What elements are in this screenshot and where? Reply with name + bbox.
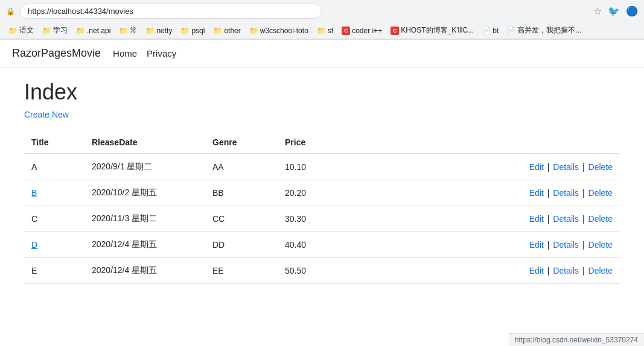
- header-actions: [338, 131, 620, 154]
- header-release-date: RleaseDate: [84, 131, 205, 154]
- folder-icon: 📁: [213, 27, 222, 35]
- separator: |: [545, 162, 552, 172]
- bookmark-label: netty: [156, 27, 172, 35]
- edit-link[interactable]: Edit: [529, 162, 544, 172]
- details-link[interactable]: Details: [553, 266, 579, 275]
- cell-genre: BB: [205, 180, 278, 206]
- title-link[interactable]: B: [31, 188, 37, 198]
- details-link[interactable]: Details: [553, 214, 579, 224]
- bookmark-psql[interactable]: 📁 psql: [177, 25, 208, 36]
- browser-chrome: 🔒 https://localhost:44334/movies ☆ 🐦 🔵 📁…: [0, 0, 644, 40]
- bookmark-star-icon[interactable]: ☆: [593, 5, 602, 17]
- delete-link[interactable]: Delete: [588, 188, 613, 198]
- profile-icon[interactable]: 🔵: [626, 5, 638, 17]
- folder-icon: 📁: [119, 27, 128, 35]
- cell-title: D: [24, 232, 84, 258]
- cell-release-date: 2020/10/2 星期五: [84, 180, 205, 206]
- edit-link[interactable]: Edit: [529, 266, 544, 275]
- separator: |: [545, 266, 552, 275]
- cell-title: B: [24, 180, 84, 206]
- navbar: RazorPagesMovie Home Privacy: [0, 40, 644, 68]
- nav-link-privacy[interactable]: Privacy: [147, 48, 176, 58]
- bookmarks-bar: 📁 语文 📁 学习 📁 .net api 📁 常 📁 netty 📁 psql …: [0, 22, 644, 39]
- bookmark-label: coder i++: [352, 27, 382, 35]
- movies-table: Title RleaseDate Genre Price A2020/9/1 星…: [24, 131, 620, 284]
- bookmark-netty[interactable]: 📁 netty: [142, 25, 176, 36]
- bookmark-gaobingfa[interactable]: 📄 高并发，我把握不...: [503, 24, 585, 37]
- folder-icon: 📁: [317, 27, 326, 35]
- cell-genre: CC: [205, 206, 278, 232]
- edit-link[interactable]: Edit: [529, 240, 544, 250]
- bookmark-label: bt: [493, 27, 499, 35]
- table-row: B2020/10/2 星期五BB20.20Edit | Details | De…: [24, 180, 620, 206]
- header-genre: Genre: [205, 131, 278, 154]
- bookmark-label: 学习: [53, 25, 68, 36]
- bookmark-study[interactable]: 📁 学习: [39, 24, 71, 37]
- edit-link[interactable]: Edit: [529, 214, 544, 224]
- nav-link-home[interactable]: Home: [113, 48, 137, 58]
- bookmark-label: KHOST的博客_K'illC...: [401, 25, 474, 36]
- url-text: https://localhost:44334/movies: [28, 7, 133, 16]
- khost-icon: C: [391, 27, 399, 35]
- bookmark-w3cschool[interactable]: 📁 w3cschool-toto: [246, 25, 312, 36]
- table-header-row: Title RleaseDate Genre Price: [24, 131, 620, 154]
- bookmark-chang[interactable]: 📁 常: [115, 24, 141, 37]
- details-link[interactable]: Details: [553, 240, 579, 250]
- page-icon: 📄: [482, 27, 491, 34]
- bookmark-yuwen[interactable]: 📁 语文: [5, 24, 37, 37]
- bookmark-bt[interactable]: 📄 bt: [479, 25, 502, 36]
- cell-title: C: [24, 206, 84, 232]
- browser-actions: ☆ 🐦 🔵: [593, 5, 638, 17]
- cell-actions: Edit | Details | Delete: [338, 206, 620, 232]
- separator: |: [580, 188, 587, 198]
- page-title: Index: [24, 80, 620, 105]
- separator: |: [580, 214, 587, 224]
- page-icon: 📄: [507, 27, 515, 34]
- separator: |: [545, 188, 552, 198]
- table-row: A2020/9/1 星期二AA10.10Edit | Details | Del…: [24, 154, 620, 180]
- cell-genre: EE: [205, 258, 278, 284]
- create-new-link[interactable]: Create New: [24, 110, 69, 119]
- details-link[interactable]: Details: [553, 162, 579, 172]
- cell-release-date: 2020/12/4 星期五: [84, 258, 205, 284]
- folder-icon: 📁: [249, 27, 258, 35]
- delete-link[interactable]: Delete: [588, 214, 613, 224]
- cell-price: 10.10: [278, 154, 338, 180]
- cell-genre: AA: [205, 154, 278, 180]
- cell-actions: Edit | Details | Delete: [338, 232, 620, 258]
- bookmark-sf[interactable]: 📁 sf: [313, 25, 337, 36]
- extension-icon[interactable]: 🐦: [608, 5, 620, 17]
- lock-icon: 🔒: [6, 7, 15, 16]
- coder-icon: C: [342, 27, 350, 35]
- edit-link[interactable]: Edit: [529, 188, 544, 198]
- cell-release-date: 2020/12/4 星期五: [84, 232, 205, 258]
- cell-price: 20.20: [278, 180, 338, 206]
- url-bar[interactable]: https://localhost:44334/movies: [20, 4, 322, 19]
- cell-title: E: [24, 258, 84, 284]
- bookmark-label: other: [224, 27, 240, 35]
- title-link[interactable]: D: [31, 240, 37, 250]
- navbar-brand[interactable]: RazorPagesMovie: [12, 47, 101, 60]
- folder-icon: 📁: [8, 27, 18, 35]
- bookmark-other[interactable]: 📁 other: [209, 25, 244, 36]
- bookmark-coder[interactable]: C coder i++: [338, 25, 386, 36]
- bookmark-label: .net api: [87, 27, 110, 35]
- bookmark-netapi[interactable]: 📁 .net api: [72, 25, 114, 36]
- delete-link[interactable]: Delete: [588, 240, 613, 250]
- cell-price: 40.40: [278, 232, 338, 258]
- bookmark-label: 高并发，我把握不...: [517, 25, 581, 36]
- separator: |: [580, 240, 587, 250]
- delete-link[interactable]: Delete: [588, 162, 613, 172]
- bookmark-label: 常: [130, 25, 137, 36]
- cell-price: 50.50: [278, 258, 338, 284]
- cell-actions: Edit | Details | Delete: [338, 154, 620, 180]
- details-link[interactable]: Details: [553, 188, 579, 198]
- bookmark-label: psql: [191, 27, 205, 35]
- bookmark-khost[interactable]: C KHOST的博客_K'illC...: [387, 24, 477, 37]
- separator: |: [580, 266, 587, 275]
- separator: |: [580, 162, 587, 172]
- table-head: Title RleaseDate Genre Price: [24, 131, 620, 154]
- cell-genre: DD: [205, 232, 278, 258]
- table-row: C2020/11/3 星期二CC30.30Edit | Details | De…: [24, 206, 620, 232]
- delete-link[interactable]: Delete: [588, 266, 613, 275]
